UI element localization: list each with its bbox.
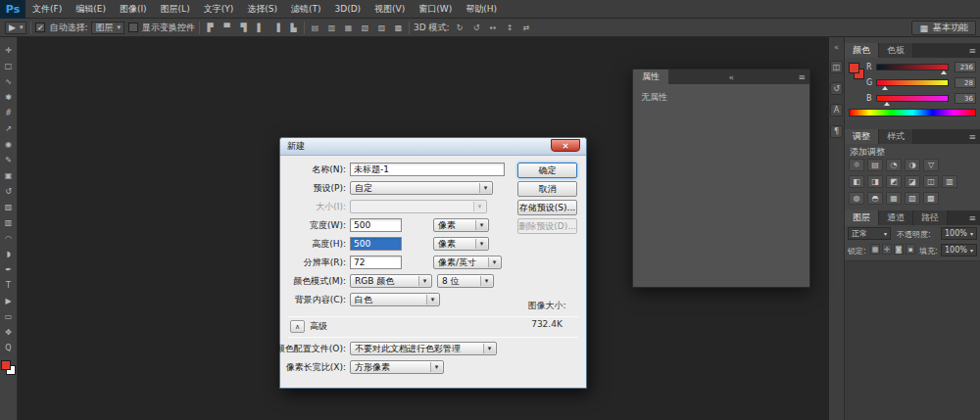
preset-dropdown[interactable]: 自定 ▾: [350, 181, 493, 195]
height-input[interactable]: 500: [350, 237, 402, 251]
dialog-title-bar[interactable]: 新建: [280, 138, 586, 156]
lock-pixels-icon[interactable]: ◙: [894, 244, 904, 255]
tool-preset-picker[interactable]: ▶ ▾: [5, 22, 26, 34]
color-swatches[interactable]: [1, 360, 16, 375]
lasso-tool[interactable]: ∿: [2, 75, 16, 88]
gradient-tool[interactable]: ▥: [2, 216, 16, 229]
dodge-tool[interactable]: ◗: [2, 248, 16, 260]
resolution-unit-dropdown[interactable]: 像素/英寸 ▾: [433, 256, 502, 269]
lock-all-icon[interactable]: ▪: [906, 244, 915, 255]
tab-swatches[interactable]: 色板: [879, 43, 913, 58]
adjustment-icon[interactable]: ◪: [905, 175, 920, 188]
align-icon[interactable]: ▀: [220, 22, 233, 34]
tab-adjustments[interactable]: 调整: [845, 129, 879, 144]
expand-panels-icon[interactable]: «: [830, 42, 843, 52]
adjustment-icon[interactable]: ◓: [867, 192, 883, 205]
move-tool[interactable]: ✛: [2, 44, 16, 57]
show-transform-checkbox[interactable]: ✓: [128, 23, 138, 32]
lock-position-icon[interactable]: ✛: [882, 244, 892, 255]
eyedropper-tool[interactable]: ↗: [2, 122, 16, 135]
panel-menu-icon[interactable]: ≡: [794, 70, 809, 84]
height-unit-dropdown[interactable]: 像素 ▾: [433, 237, 489, 251]
foreground-color-swatch[interactable]: [1, 360, 11, 370]
menu-edit[interactable]: 编辑(E): [69, 0, 113, 19]
adjustment-icon[interactable]: ◑: [905, 159, 920, 171]
channel-value[interactable]: 236: [955, 62, 976, 72]
3d-mode-icon[interactable]: ⇄: [520, 22, 533, 34]
3d-mode-icon[interactable]: ↺: [470, 22, 483, 34]
menu-file[interactable]: 文件(F): [25, 0, 69, 19]
tab-channels[interactable]: 通道: [879, 210, 913, 225]
align-icon[interactable]: ▛: [204, 22, 217, 34]
adjustment-icon[interactable]: ▩: [923, 192, 939, 205]
adjustment-icon[interactable]: ▽: [923, 159, 939, 171]
save-preset-button[interactable]: 存储预设(S)...: [517, 200, 577, 215]
adjustment-icon[interactable]: ◨: [867, 175, 883, 188]
tab-paths[interactable]: 路径: [913, 210, 948, 225]
adjustment-icon[interactable]: ◩: [886, 175, 902, 188]
advanced-toggle-button[interactable]: ∧: [290, 320, 305, 333]
distribute-icon[interactable]: ▧: [359, 22, 371, 34]
align-icon[interactable]: ▜: [237, 22, 250, 34]
cancel-button[interactable]: 取消: [517, 181, 577, 197]
menu-window[interactable]: 窗口(W): [412, 0, 459, 19]
ok-button[interactable]: 确定: [517, 163, 577, 178]
panel-menu-icon[interactable]: ≡: [964, 129, 980, 144]
auto-select-target-dropdown[interactable]: 图层 ▾: [91, 22, 124, 34]
menu-filter[interactable]: 滤镜(T): [284, 0, 328, 19]
adjustment-icon[interactable]: ◧: [849, 175, 864, 188]
adjustment-icon[interactable]: ▤: [867, 159, 883, 171]
paragraph-panel-icon[interactable]: ¶: [830, 125, 843, 138]
collapsed-panel-icon[interactable]: ◫: [830, 61, 843, 73]
type-tool[interactable]: T: [2, 279, 16, 292]
clone-stamp-tool[interactable]: ▣: [2, 169, 16, 182]
adjustment-icon[interactable]: ▥: [942, 175, 957, 188]
adjustment-icon[interactable]: ☼: [849, 159, 864, 171]
tab-layers[interactable]: 图层: [845, 210, 879, 225]
channel-value[interactable]: 28: [955, 77, 976, 88]
distribute-icon[interactable]: ▥: [325, 22, 338, 34]
eraser-tool[interactable]: ▨: [2, 201, 16, 213]
adjustment-icon[interactable]: ◫: [923, 175, 939, 188]
collapse-panel-icon[interactable]: «: [724, 70, 738, 84]
menu-view[interactable]: 视图(V): [368, 0, 412, 19]
channel-value[interactable]: 36: [955, 93, 976, 104]
name-input[interactable]: 未标题-1: [350, 163, 505, 176]
auto-select-checkbox[interactable]: ✓: [35, 23, 45, 32]
menu-image[interactable]: 图像(I): [113, 0, 154, 19]
tab-properties[interactable]: 属性: [633, 70, 668, 84]
menu-layer[interactable]: 图层(L): [154, 0, 197, 19]
layers-list[interactable]: [845, 260, 980, 420]
lock-transparency-icon[interactable]: ▦: [870, 244, 880, 255]
blue-slider[interactable]: [876, 95, 949, 102]
3d-mode-icon[interactable]: ↕: [504, 22, 516, 34]
color-mode-dropdown[interactable]: RGB 颜色 ▾: [350, 274, 432, 288]
slider-thumb[interactable]: [882, 86, 888, 90]
align-icon[interactable]: ▌: [254, 22, 267, 34]
fill-dropdown[interactable]: 100% ▾: [941, 244, 977, 257]
panel-menu-icon[interactable]: ≡: [964, 210, 980, 225]
foreground-color-swatch[interactable]: [849, 63, 859, 73]
red-slider[interactable]: [876, 64, 949, 70]
color-profile-dropdown[interactable]: 不要对此文档进行色彩管理 ▾: [350, 342, 497, 355]
distribute-icon[interactable]: ▨: [375, 22, 388, 34]
adjustment-icon[interactable]: ▦: [886, 192, 902, 205]
distribute-icon[interactable]: ▩: [392, 22, 405, 34]
shape-tool[interactable]: ▭: [2, 310, 16, 323]
menu-3d[interactable]: 3D(D): [327, 0, 368, 19]
3d-mode-icon[interactable]: ↔: [487, 22, 500, 34]
slider-thumb[interactable]: [941, 70, 947, 74]
panel-menu-icon[interactable]: ≡: [964, 43, 980, 58]
adjustment-icon[interactable]: ◍: [849, 192, 864, 205]
history-brush-tool[interactable]: ↺: [2, 185, 16, 198]
slider-thumb[interactable]: [884, 102, 890, 106]
close-icon[interactable]: ×: [551, 139, 580, 152]
pixel-aspect-dropdown[interactable]: 方形像素 ▾: [350, 360, 444, 374]
width-unit-dropdown[interactable]: 像素 ▾: [433, 218, 489, 232]
tab-styles[interactable]: 样式: [879, 129, 913, 144]
workspace-switcher[interactable]: ▦ 基本功能: [911, 21, 976, 35]
tab-color[interactable]: 颜色: [845, 43, 879, 58]
align-icon[interactable]: ▐: [270, 22, 283, 34]
align-icon[interactable]: ▙: [287, 22, 300, 34]
bit-depth-dropdown[interactable]: 8 位 ▾: [437, 274, 494, 288]
